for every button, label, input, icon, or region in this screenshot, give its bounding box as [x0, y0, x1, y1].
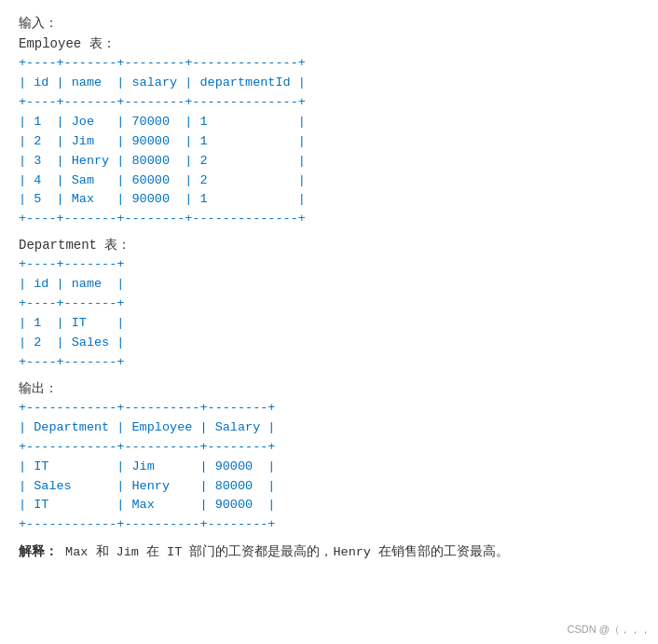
department-table: +----+-------+ | id | name | +----+-----…: [19, 255, 639, 373]
employee-table-label: Employee 表：: [19, 35, 639, 52]
output-table: +------------+----------+--------+ | Dep…: [19, 399, 639, 535]
watermark: CSDN @（，，，: [568, 623, 651, 637]
explanation-text: Max 和 Jim 在 IT 部门的工资都是最高的，Henry 在销售部的工资最…: [65, 545, 509, 559]
output-label: 输出：: [19, 380, 639, 397]
explanation-label: 解释：: [19, 545, 58, 559]
input-label: 输入：: [19, 15, 639, 32]
employee-table: +----+-------+--------+--------------+ |…: [19, 54, 639, 229]
explanation: 解释： Max 和 Jim 在 IT 部门的工资都是最高的，Henry 在销售部…: [19, 542, 639, 563]
department-table-label: Department 表：: [19, 237, 639, 253]
